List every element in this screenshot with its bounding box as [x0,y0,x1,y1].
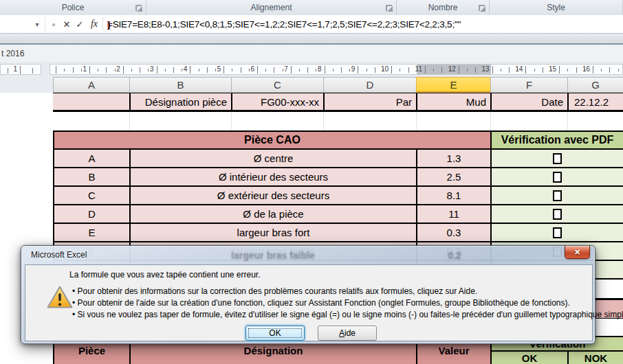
dialog-bullet-list: Pour obtenir des informations sur la cor… [72,286,584,321]
ruler-number: 16 [578,65,590,73]
ruler-tick [173,67,174,73]
ruler-tick [543,67,543,73]
ruler-number: 12 [444,65,456,73]
ruler-tick [299,69,300,71]
ruler-number: 5 [208,65,221,73]
dialog-launcher-icon[interactable] [135,5,143,12]
gridline [416,112,417,130]
column-header-a[interactable]: A [53,77,130,93]
ok-button[interactable]: OK [245,326,305,341]
enter-entry-icon[interactable]: ✓ [74,15,86,33]
pdf-checkbox[interactable] [553,209,562,220]
row-id-cell[interactable]: B [53,168,129,185]
row-designation-cell[interactable]: Ø intérieur des secteurs [129,168,416,185]
ruler-tick [123,66,124,73]
ruler-tick [207,67,208,73]
info-cell[interactable]: Mud [416,93,490,110]
info-cell[interactable]: Date [490,93,567,110]
row-value-cell[interactable]: 11 [416,205,490,223]
pdf-checkbox[interactable] [553,190,562,201]
table-row: DØ de la pièce11 [53,205,623,224]
ruler-number: 1 [74,65,87,73]
dialog-launcher-icon[interactable] [386,5,393,12]
ruler-number: 2 [108,65,120,73]
row-designation-cell[interactable]: Ø centre [129,150,416,167]
ruler-tick [165,69,166,71]
table1-title-verification: Vérification avec PDF [490,132,623,148]
row-value-cell[interactable]: 0.3 [416,224,490,241]
column-header-c[interactable]: C [231,77,324,93]
ruler-tick [459,66,459,73]
info-cell[interactable]: Par [323,93,416,110]
row-designation-cell[interactable]: largeur bras fort [129,224,416,241]
row-value-cell[interactable]: 2.5 [416,168,490,185]
ribbon-group-label: Alignement [250,3,292,12]
ruler-number: 4 [175,65,187,73]
info-cell[interactable] [53,93,129,110]
ruler-number: 15 [544,65,556,73]
info-cell[interactable]: Désignation pièce [129,93,231,110]
ruler-tick [609,67,610,73]
gridline [231,112,232,130]
row-check-cell[interactable] [490,205,623,223]
table-row: CØ extérieur des secteurs8.1 [53,187,623,205]
row-id-cell[interactable]: E [53,224,129,241]
ruler-tick [333,69,334,71]
info-cell[interactable]: 22.12.2 [567,93,623,110]
ruler-tick [559,66,560,73]
row-id-cell[interactable]: C [53,187,129,204]
info-cell[interactable]: FG00-xxx-xx [231,93,323,110]
pdf-checkbox[interactable] [553,153,562,164]
row-id-cell[interactable]: A [53,150,129,167]
ruler-tick [576,67,577,73]
ruler-tick [391,66,392,73]
row-value-cell[interactable]: 8.1 [416,187,490,204]
ruler-tick [56,66,56,73]
ruler-tick [601,69,602,71]
row-check-cell[interactable] [490,187,623,204]
ruler-tick [64,69,65,71]
name-box-dropdown-icon[interactable]: ▾ [30,15,44,33]
ruler-number: 13 [477,65,490,73]
ribbon-group: Alignement [146,0,397,15]
column-header-b[interactable]: B [129,77,232,93]
ruler-tick [492,66,493,73]
pdf-checkbox[interactable] [553,172,562,183]
help-button[interactable]: Aide [318,326,377,341]
dialog-body: La formule que vous avez tapée contient … [25,264,593,341]
ruler-number: 8 [309,65,322,73]
row-designation-cell[interactable]: Ø extérieur des secteurs [129,187,416,204]
row-id-cell[interactable]: D [53,205,129,223]
ruler-tick [400,69,400,71]
row-designation-cell[interactable]: Ø de la pièce [129,205,416,223]
info-row: Désignation pièceFG00-xxx-xxParMudDate22… [53,93,623,112]
ruler-number: 3 [142,65,154,73]
ruler-tick [20,66,21,74]
row-check-cell[interactable] [490,224,623,241]
pdf-checkbox[interactable] [553,227,562,238]
dialog-launcher-icon[interactable] [479,5,486,12]
dialog-bullet: Si vous ne voulez pas taper de formule, … [72,309,584,321]
column-header-e[interactable]: E [416,77,491,93]
ruler-number: 7 [276,65,288,73]
ruler-tick [140,67,140,73]
formula-bar-divider [45,17,45,31]
help-button-label: Aide [339,328,356,338]
row-check-cell[interactable] [490,150,623,167]
ribbon-group: Police [0,0,146,15]
column-header-d[interactable]: D [323,77,417,93]
ruler-tick [157,66,157,73]
dialog-message: La formule que vous avez tapée contient … [69,270,261,280]
column-header-g[interactable]: G [567,77,623,93]
column-header-f[interactable]: F [490,77,568,93]
insert-function-icon[interactable]: fx [87,15,101,33]
ruler-tick [32,68,33,73]
row-value-cell[interactable]: 1.3 [416,150,490,167]
ruler: 112345678910111213141516 [0,62,623,77]
ruler-tick [274,67,274,73]
row-check-cell[interactable] [490,168,623,185]
cancel-entry-icon[interactable]: ✕ [61,15,73,33]
formula-input[interactable]: =SI(E7=E8;E8-0,1;SI(E7<0,8;1,5;SI(E7<=1,… [107,15,622,33]
column-header-row: ABCDEFG [0,77,623,93]
close-icon[interactable]: ✕ [565,246,590,259]
